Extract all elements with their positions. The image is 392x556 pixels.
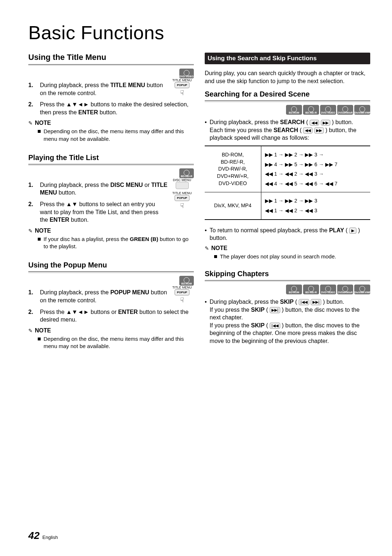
note-label: NOTE bbox=[35, 327, 51, 334]
disc-badge: BD-RE/-R bbox=[303, 285, 319, 294]
fastforward-icon: ▶▶ bbox=[321, 120, 330, 126]
note-icon: ✎ bbox=[28, 328, 33, 334]
table-row: DivX, MKV, MP4 ▶▶ 1 → ▶▶ 2 → ▶▶ 3 ◀◀ 1 →… bbox=[205, 192, 370, 220]
skip-forward-icon: ▶▶| bbox=[270, 307, 280, 313]
hand-icon: ☟ bbox=[170, 202, 194, 210]
rewind-icon: ◀◀ bbox=[310, 120, 319, 126]
disc-badges-row: BD-ROM BD-RE/-R DVD-VIDEO DVD±RW/±R DivX… bbox=[205, 105, 370, 115]
intro-paragraph: During play, you can search quickly thro… bbox=[205, 69, 370, 85]
note-label: NOTE bbox=[35, 228, 51, 234]
skip-back-icon: |◀◀ bbox=[299, 299, 309, 305]
table-row: BD-ROM, BD-RE/-R, DVD-RW/-R, DVD+RW/+R, … bbox=[205, 146, 370, 192]
hand-icon: ☟ bbox=[170, 296, 194, 304]
section-popup-menu: Using the Popup Menu BD-ROM TITLE MENU P… bbox=[28, 261, 194, 350]
note-icon: ✎ bbox=[28, 228, 33, 234]
left-column: Using the Title Menu DVD-VIDEO TITLE MEN… bbox=[28, 53, 194, 361]
step-item: 2.Press the ▲▼ buttons to select an entr… bbox=[28, 200, 168, 224]
right-column: Using the Search and Skip Functions Duri… bbox=[205, 53, 370, 361]
bullet-item: • During playback, press the SEARCH ( ◀◀… bbox=[205, 118, 370, 142]
disc-badge: DVD-VIDEO bbox=[179, 69, 194, 78]
table-cell: ▶▶ 1 → ▶▶ 2 → ▶▶ 3 ◀◀ 1 → ◀◀ 2 → ◀◀ 3 bbox=[261, 192, 370, 220]
disc-badge: DVD-VIDEO bbox=[320, 285, 336, 294]
note-label: NOTE bbox=[35, 120, 51, 126]
section-heading: Skipping Chapters bbox=[205, 270, 370, 278]
note-body: Depending on the disc, the menu items ma… bbox=[38, 335, 194, 350]
bullet-item: • To return to normal speed playback, pr… bbox=[205, 226, 370, 242]
disc-badge: DivX/MKV/MP4 bbox=[354, 285, 370, 294]
page-footer: 42 English bbox=[28, 530, 58, 541]
disc-badges-row: BD-ROM BD-RE/-R DVD-VIDEO DVD±RW/±R DivX… bbox=[205, 285, 370, 294]
note-icon: ✎ bbox=[205, 245, 209, 251]
table-cell: BD-ROM, BD-RE/-R, DVD-RW/-R, DVD+RW/+R, … bbox=[205, 146, 261, 192]
disc-badge: BD-ROM bbox=[179, 276, 194, 286]
note-label: NOTE bbox=[211, 245, 227, 252]
table-cell: ▶▶ 1 → ▶▶ 2 → ▶▶ 3 → ▶▶ 4 → ▶▶ 5 → ▶▶ 6 … bbox=[261, 146, 370, 192]
disc-badge: BD-RE/-R bbox=[303, 105, 319, 115]
remote-figure: TITLE MENU POPUP ☟ bbox=[170, 78, 194, 97]
step-item: 2.Press the ▲▼◄► buttons to make the des… bbox=[28, 101, 194, 116]
disc-badge: BD-ROM bbox=[286, 105, 302, 115]
section-heading: Playing the Title List bbox=[28, 154, 194, 162]
disc-badge: DivX/MKV/MP4 bbox=[354, 105, 370, 115]
hand-icon: ☟ bbox=[170, 89, 194, 97]
remote-figure: TITLE MENU POPUP ☟ bbox=[170, 286, 194, 304]
fastforward-icon: ▶▶ bbox=[314, 127, 324, 134]
skip-back-icon: |◀◀ bbox=[270, 323, 280, 329]
rewind-icon: ◀◀ bbox=[303, 127, 313, 134]
section-heading: Using the Popup Menu bbox=[28, 261, 194, 269]
disc-badge: BD-ROM bbox=[286, 285, 302, 294]
skip-forward-icon: ▶▶| bbox=[311, 299, 321, 305]
disc-badge: DVD±RW/±R bbox=[337, 105, 353, 115]
black-heading: Using the Search and Skip Functions bbox=[205, 53, 370, 64]
note-body: If your disc has a playlist, press the G… bbox=[38, 236, 194, 250]
table-cell: DivX, MKV, MP4 bbox=[205, 192, 261, 220]
section-title-menu: Using the Title Menu DVD-VIDEO TITLE MEN… bbox=[28, 53, 194, 143]
note-body: The player does not play sound in search… bbox=[214, 253, 370, 260]
section-heading: Using the Title Menu bbox=[28, 53, 194, 62]
remote-figure: DISC MENU TITLE MENU POPUP ☟ bbox=[170, 178, 194, 210]
step-item: 1.During playback, press the TITLE MENU … bbox=[28, 81, 168, 97]
bullet-item: • During playback, press the SKIP ( |◀◀ … bbox=[205, 298, 370, 345]
step-item: 1.During playback, press the DISC MENU o… bbox=[28, 181, 168, 197]
page-language: English bbox=[42, 535, 58, 540]
speed-table: BD-ROM, BD-RE/-R, DVD-RW/-R, DVD+RW/+R, … bbox=[205, 146, 370, 220]
page-number: 42 bbox=[28, 530, 40, 541]
step-item: 2.Press the ▲▼◄► buttons or ENTER button… bbox=[28, 308, 194, 324]
note-body: Depending on the disc, the menu items ma… bbox=[38, 128, 194, 143]
step-item: 1.During playback, press the POPUP MENU … bbox=[28, 289, 168, 304]
note-icon: ✎ bbox=[28, 120, 33, 126]
section-title-list: Playing the Title List BD-RE/-R DISC MEN… bbox=[28, 154, 194, 250]
play-icon: ▶ bbox=[349, 228, 356, 234]
disc-badge: DVD±RW/±R bbox=[337, 285, 353, 294]
disc-badge: BD-RE/-R bbox=[179, 168, 194, 178]
section-heading: Searching for a Desired Scene bbox=[205, 90, 370, 98]
disc-badge: DVD-VIDEO bbox=[320, 105, 336, 115]
page-title: Basic Functions bbox=[28, 22, 370, 44]
